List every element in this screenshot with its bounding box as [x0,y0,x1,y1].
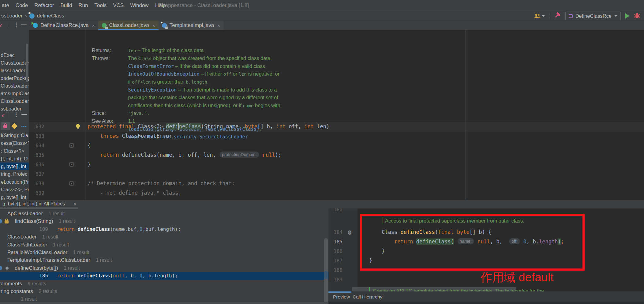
line-number[interactable]: 638 [29,179,44,188]
fold-icon[interactable]: ∨ [69,181,74,186]
find-result-row[interactable]: ApClassLoader 1 result [0,210,328,217]
code-line[interactable]: 632 protected final Class<?> defineClass… [29,122,644,131]
hide-panel-icon[interactable]: — [21,111,27,118]
list-item[interactable]: atesImplClass [0,90,29,97]
close-icon[interactable]: × [92,23,95,28]
menu-item-tools[interactable]: Tools [95,2,107,9]
find-result-row[interactable]: 109 return defineClass(name,buf,0,buf.le… [0,225,328,233]
signature-text: g, byte[], int, [1,195,28,200]
tab-label: TemplatesImpl.java [170,22,214,28]
lock-toggle-button[interactable] [1,122,10,130]
find-result-row[interactable]: defineClass(byte[]) 1 result [0,264,328,272]
list-item[interactable]: : Class<?> [0,147,29,155]
code-segment: return [57,273,77,279]
code-text: protected final Class<?> defineClass(Str… [88,122,329,131]
horizontal-scrollbar-track[interactable] [0,302,328,304]
list-item[interactable]: g, byte[], int, [0,163,29,170]
hide-panel-icon[interactable]: — [21,21,27,28]
toolbar-divider [9,112,9,118]
find-result-row[interactable]: ClassLoader 1 result [0,233,328,241]
code-segment: protectionDomain: [220,152,259,158]
list-item[interactable]: ClassLoader [0,59,29,67]
line-number[interactable]: 639 [29,188,44,198]
list-item[interactable]: dExec [0,51,29,59]
code-line[interactable]: 635 return defineClass(name, b, off, len… [29,150,644,160]
close-icon[interactable]: × [73,200,76,208]
build-hammer-icon[interactable] [554,12,561,20]
list-item[interactable]: oaderPackag [0,74,29,82]
code-line[interactable]: 633 throws ClassFormatError [29,131,644,141]
menu-item-run[interactable]: Run [78,2,88,9]
code-line[interactable]: 638 ∨ /* Determine protection domain, an… [29,179,644,188]
line-number[interactable]: 633 [29,131,44,141]
more-options-icon[interactable]: ⋮ [13,111,19,118]
editor-tab[interactable]: DefineClassRce.java × [29,21,98,30]
menu-item-navigate[interactable]: ate [2,2,9,9]
editor-tab[interactable]: ✦ TemplatesImpl.java × [159,21,223,30]
result-name: ParallelWorldClassLoader [7,250,67,255]
editor-tab[interactable]: ClassLoader.java × [98,21,159,30]
method-visibility-icon[interactable] [11,123,17,129]
ellipsis-icon[interactable]: … [21,121,27,128]
list-item[interactable]: lassLoader [0,67,29,74]
code-line[interactable]: 639 - not define java.* class, [29,188,644,198]
line-number[interactable]: 637 [29,169,44,179]
debug-button[interactable] [634,12,640,20]
code-editor[interactable]: len – The length of the class data Retur… [29,30,644,200]
menu-item-window[interactable]: Window [130,2,148,9]
list-item[interactable]: eLocation(Pr [0,178,29,186]
menu-item-vcs[interactable]: VCS [113,2,124,9]
method-icon [29,13,35,19]
result-name: ClassPathLoader [7,242,47,248]
code-segment: (String name, [201,123,245,129]
signature-text: tring, Protec [1,171,27,177]
fold-icon[interactable]: ∧ [69,162,74,167]
find-result-row[interactable]: ParallelWorldClassLoader 1 result [0,249,328,256]
fold-icon[interactable]: ∨ [69,143,74,148]
list-item[interactable]: g, byte[], int, [0,193,29,200]
list-item[interactable]: ClassLoader [0,97,29,105]
find-result-row[interactable]: ring constants 2 results [0,287,328,295]
tab-label: ClassLoader.java [109,22,149,28]
menu-item-code[interactable]: Code [16,2,28,9]
list-item[interactable]: cess(Class<? [0,139,29,147]
more-options-icon[interactable]: ⋮ [13,21,19,28]
find-result-row[interactable]: findClass(String) 1 result [0,217,328,225]
breadcrumb-class[interactable]: ssLoader [1,13,23,19]
line-number[interactable]: 634 [29,141,44,150]
run-overlay-icon [32,22,34,25]
list-item[interactable]: ClassLoader [0,82,29,90]
find-result-row[interactable]: ClassPathLoader 1 result [0,241,328,249]
tab-preview[interactable]: Preview [333,291,350,302]
line-number[interactable]: 632 [29,122,44,131]
list-item[interactable]: tring, Protec [0,170,29,178]
tab-call-hierarchy[interactable]: Call Hierarchy [353,291,382,302]
find-result-row[interactable]: TemplatesImpl.TransletClassLoader 1 resu… [0,256,328,264]
dock-arrow-icon[interactable]: ↙ [1,112,5,118]
breadcrumb-method[interactable]: defineClass [37,13,64,19]
line-number[interactable]: 636 [29,160,44,169]
code-line[interactable]: 637 [29,169,644,179]
list-item[interactable]: l(String): Cla [0,132,29,139]
run-configuration-select[interactable]: DefineClassRce [565,12,621,21]
scrollbar-thumb[interactable] [26,44,28,82]
find-result-row[interactable]: 185 return defineClass(null, b, 0, b.len… [0,272,328,280]
list-item[interactable]: [], int, int): Cl [0,155,29,163]
close-icon[interactable]: × [152,23,155,28]
find-tab[interactable]: g, byte[], int, int) in All Places × [0,200,644,208]
code-line[interactable]: 636 ∧ } [29,160,644,169]
menu-item-build[interactable]: Build [61,2,72,9]
dock-arrow-icon[interactable]: ↙ [0,22,3,28]
editor-tabs: DefineClassRce.java × ClassLoader.java × [29,21,223,30]
run-button[interactable] [625,13,630,19]
line-number[interactable]: 635 [29,150,44,160]
code-segment: , b.length); [142,273,178,279]
users-icon[interactable] [534,13,545,18]
list-item[interactable]: Class<?>, Pr [0,186,29,193]
intention-bulb-icon[interactable] [76,124,80,128]
usage-preview-pane[interactable]: 180 Access to final protected superclass… [328,208,644,304]
menu-item-refactor[interactable]: Refactor [34,2,54,9]
close-icon[interactable]: × [217,23,220,28]
code-line[interactable]: 634 ∨ { [29,141,644,150]
find-result-row[interactable]: omments 9 results [0,280,328,287]
